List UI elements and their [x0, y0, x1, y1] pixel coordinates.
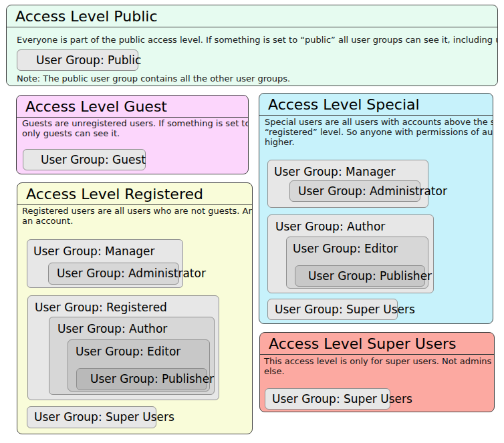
public-panel-title: Access Level Public	[7, 5, 497, 27]
registered-panel-title: Access Level Registered	[17, 183, 252, 205]
user-group-label: User Group: Manager	[27, 240, 182, 261]
registered-user-group-editor-box[interactable]: User Group: Editor User Group: Publisher	[68, 339, 210, 392]
super-users-panel-title: Access Level Super Users	[260, 333, 494, 355]
registered-user-group-administrator-box[interactable]: User Group: Administrator	[48, 263, 179, 285]
public-panel-note: Note: The public user group contains all…	[17, 73, 290, 84]
user-group-label: User Group: Author	[268, 215, 433, 237]
user-group-label: User Group: Administrator	[290, 181, 420, 202]
guest-panel-title: Access Level Guest	[17, 96, 248, 118]
user-group-guest-box[interactable]: User Group: Guest	[23, 149, 146, 170]
registered-user-group-manager-box[interactable]: User Group: Manager User Group: Administ…	[27, 239, 183, 288]
super-users-user-group-super-users-box[interactable]: User Group: Super Users	[265, 388, 390, 410]
user-group-label: User Group: Super Users	[268, 299, 397, 320]
access-level-public-panel: Access Level Public Everyone is part of …	[6, 5, 498, 86]
user-group-label: User Group: Registered	[28, 296, 219, 317]
access-level-special-panel: Access Level Special Special users are a…	[259, 93, 493, 324]
user-group-label: User Group: Author	[49, 317, 214, 339]
special-user-group-super-users-box[interactable]: User Group: Super Users	[267, 299, 398, 320]
access-level-registered-panel: Access Level Registered Registered users…	[17, 182, 253, 434]
user-group-label: User Group: Super Users	[27, 407, 156, 428]
registered-user-group-super-users-box[interactable]: User Group: Super Users	[27, 406, 156, 428]
special-user-group-publisher-box[interactable]: User Group: Publisher	[295, 265, 425, 287]
user-group-label: User Group: Editor	[287, 237, 428, 259]
user-group-label: User Group: Guest	[23, 150, 145, 170]
special-panel-title: Access Level Special	[259, 94, 493, 116]
access-level-super-users-panel: Access Level Super Users This access lev…	[259, 332, 495, 412]
special-user-group-administrator-box[interactable]: User Group: Administrator	[289, 180, 420, 202]
guest-panel-description: Guests are unregistered users. If someth…	[22, 118, 249, 138]
user-group-label: User Group: Manager	[268, 160, 428, 182]
registered-user-group-author-box[interactable]: User Group: Author User Group: Editor Us…	[49, 317, 215, 395]
special-user-group-editor-box[interactable]: User Group: Editor User Group: Publisher	[286, 237, 428, 289]
user-group-label: User Group: Publisher	[77, 369, 207, 390]
access-level-guest-panel: Access Level Guest Guests are unregister…	[16, 95, 249, 174]
special-panel-description: Special users are all users with account…	[265, 117, 493, 147]
registered-user-group-registered-box[interactable]: User Group: Registered User Group: Autho…	[27, 295, 219, 400]
user-group-label: User Group: Public	[17, 50, 138, 71]
user-group-label: User Group: Editor	[68, 340, 209, 361]
user-group-label: User Group: Publisher	[295, 266, 424, 287]
public-panel-description: Everyone is part of the public access le…	[17, 35, 498, 45]
super-users-panel-description: This access level is only for super user…	[264, 356, 495, 376]
registered-panel-description: Registered users are all users who are n…	[22, 206, 253, 226]
registered-user-group-publisher-box[interactable]: User Group: Publisher	[76, 368, 207, 390]
special-user-group-manager-box[interactable]: User Group: Manager User Group: Administ…	[267, 160, 428, 208]
user-group-public-box[interactable]: User Group: Public	[17, 49, 138, 71]
access-levels-diagram: Access Level Public Everyone is part of …	[0, 0, 504, 443]
user-group-label: User Group: Administrator	[49, 263, 178, 284]
special-user-group-author-box[interactable]: User Group: Author User Group: Editor Us…	[267, 214, 434, 293]
user-group-label: User Group: Super Users	[265, 389, 390, 410]
